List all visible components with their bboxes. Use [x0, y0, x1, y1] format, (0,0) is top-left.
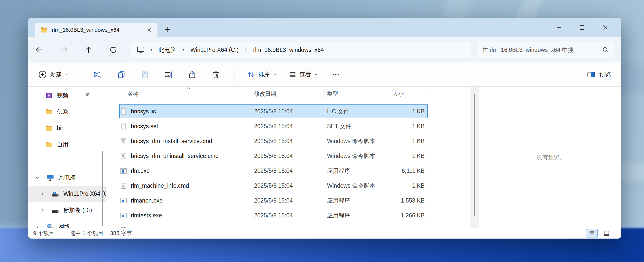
- view-lines-icon: [288, 70, 297, 79]
- forward-button[interactable]: [57, 43, 71, 57]
- file-list: 名称修改日期类型大小 bricsys.lic2025/5/8 15:04LIC …: [106, 87, 480, 228]
- column-divider[interactable]: [386, 89, 386, 99]
- up-button[interactable]: [82, 43, 96, 57]
- cell-date: 2025/5/8 15:04: [254, 123, 293, 129]
- cell-date: 2025/5/8 15:04: [254, 108, 293, 115]
- sidebar-video-folder-icon: [45, 92, 53, 99]
- monitor-icon: [136, 46, 145, 54]
- sidebar-item-label: 新加卷 (D:): [63, 206, 92, 214]
- back-button[interactable]: [32, 43, 46, 57]
- large-icons-view-button[interactable]: [601, 229, 612, 238]
- search-placeholder: 在 rlm_16.0BL3_windows_x64 中搜: [482, 46, 602, 54]
- sidebar: 视频佛系bin自用此电脑Win11Pro X64 (C:)新加卷 (D:)网络: [28, 87, 106, 228]
- breadcrumb-item[interactable]: rlm_16.0BL3_windows_x64: [253, 47, 324, 53]
- copy-button[interactable]: [114, 67, 129, 82]
- sidebar-os-drive-icon: [51, 190, 59, 198]
- sidebar-item-自用[interactable]: 自用: [28, 136, 106, 153]
- table-row[interactable]: [106, 223, 480, 228]
- new-tab-button[interactable]: [162, 24, 173, 35]
- status-bar: 9 个项目 选中 1 个项目 385 字节: [28, 228, 621, 239]
- file-file-icon: [120, 108, 127, 115]
- cell-type: 应用程序: [327, 211, 350, 219]
- new-button[interactable]: 新建: [35, 67, 72, 83]
- column-divider[interactable]: [323, 89, 324, 99]
- status-divider: [140, 230, 140, 236]
- explorer-tab[interactable]: rlm_16.0BL3_windows_x64: [35, 23, 157, 37]
- cell-name: rlmtests.exe: [131, 212, 162, 219]
- search-box[interactable]: 在 rlm_16.0BL3_windows_x64 中搜: [477, 42, 614, 58]
- rename-button[interactable]: A: [161, 67, 176, 82]
- cell-type: LIC 文件: [327, 107, 349, 115]
- sidebar-item-Win11Pro X64 (C:)[interactable]: Win11Pro X64 (C:): [28, 186, 106, 202]
- more-options-button[interactable]: [329, 67, 343, 82]
- window-controls: [547, 18, 617, 37]
- table-row[interactable]: rlm_machine_info.cmd2025/5/8 15:04Window…: [106, 178, 480, 193]
- cell-date: 2025/5/8 15:04: [254, 182, 293, 189]
- table-row[interactable]: bricsys_rlm_install_service.cmd2025/5/8 …: [106, 134, 480, 148]
- sidebar-item-bin[interactable]: bin: [28, 120, 106, 136]
- cell-name: rlmanon.exe: [131, 197, 163, 204]
- sidebar-folder-icon: [45, 141, 53, 148]
- tab-close-button[interactable]: [144, 25, 154, 35]
- cell-size: 1,266 KB: [362, 212, 425, 219]
- refresh-button[interactable]: [106, 43, 120, 57]
- chevron-right-icon[interactable]: [40, 208, 45, 213]
- column-divider[interactable]: [250, 89, 250, 99]
- magnifier-icon[interactable]: [602, 46, 609, 54]
- file-explorer-window: rlm_16.0BL3_windows_x64 此电脑Win11Pro X64 …: [28, 18, 621, 239]
- file-list-body: bricsys.lic2025/5/8 15:04LIC 文件1 KBbrics…: [106, 104, 480, 228]
- file-cmd-icon: [120, 152, 127, 160]
- sort-button[interactable]: 排序: [244, 67, 280, 83]
- details-view-button[interactable]: [586, 229, 598, 238]
- status-divider: [62, 230, 62, 236]
- paste-button[interactable]: [138, 67, 152, 82]
- breadcrumb-item[interactable]: Win11Pro X64 (C:): [190, 47, 238, 53]
- close-button[interactable]: [594, 18, 617, 37]
- table-row[interactable]: bricsys_rlm_uninstall_service.cmd2025/5/…: [106, 148, 480, 163]
- sidebar-item-佛系[interactable]: 佛系: [28, 104, 106, 120]
- delete-button[interactable]: [209, 67, 223, 82]
- pin-icon: [84, 91, 91, 100]
- sidebar-item-网络[interactable]: 网络: [28, 218, 106, 228]
- cell-size: 1 KB: [362, 152, 425, 159]
- chevron-right-icon[interactable]: [40, 191, 45, 197]
- column-header-3[interactable]: 大小: [392, 90, 404, 98]
- cell-date: 2025/5/8 15:04: [254, 212, 293, 219]
- column-header-0[interactable]: 名称: [127, 90, 138, 98]
- sidebar-network-icon: [46, 223, 54, 228]
- column-header-2[interactable]: 类型: [327, 90, 338, 98]
- chevron-down-icon: [65, 72, 70, 77]
- breadcrumb-item[interactable]: 此电脑: [158, 46, 176, 54]
- preview-toggle-button[interactable]: 预览: [584, 67, 614, 83]
- minimize-button[interactable]: [547, 18, 571, 37]
- sidebar-item-label: 自用: [57, 141, 68, 148]
- sidebar-item-label: 视频: [57, 91, 68, 99]
- column-divider[interactable]: [427, 89, 427, 99]
- file-icon-cell: [120, 197, 127, 204]
- cell-name: bricsys_rlm_install_service.cmd: [131, 138, 212, 144]
- maximize-button[interactable]: [571, 18, 594, 37]
- sort-button-label: 排序: [258, 71, 270, 78]
- preview-pane: 没有预览。: [480, 87, 621, 228]
- share-button[interactable]: [185, 67, 199, 82]
- table-row[interactable]: bricsys.set2025/5/8 15:04SET 文件1 KB: [106, 119, 480, 134]
- table-row[interactable]: rlmanon.exe2025/5/8 15:04应用程序1,558 KB: [106, 193, 480, 208]
- cell-size: 1 KB: [362, 182, 425, 189]
- chevron-down-icon[interactable]: [35, 175, 40, 180]
- table-row[interactable]: rlm.exe2025/5/8 15:04应用程序6,111 KB: [106, 163, 480, 178]
- file-file-icon: [120, 122, 127, 130]
- sidebar-spacer: [28, 153, 106, 169]
- sidebar-item-此电脑[interactable]: 此电脑: [28, 169, 106, 186]
- list-scrollbar-thumb[interactable]: [474, 94, 475, 216]
- view-button[interactable]: 查看: [285, 67, 321, 83]
- chevron-right-icon[interactable]: [35, 224, 40, 228]
- breadcrumb[interactable]: 此电脑Win11Pro X64 (C:)rlm_16.0BL3_windows_…: [131, 42, 471, 58]
- column-header-1[interactable]: 修改日期: [254, 90, 276, 98]
- sidebar-scrollbar[interactable]: [102, 151, 103, 226]
- list-scrollbar-track[interactable]: [470, 87, 479, 228]
- cut-button[interactable]: [90, 67, 105, 82]
- table-row[interactable]: bricsys.lic2025/5/8 15:04LIC 文件1 KB: [106, 104, 480, 119]
- sidebar-item-新加卷 (D:)[interactable]: 新加卷 (D:): [28, 202, 106, 218]
- sidebar-item-视频[interactable]: 视频: [28, 87, 106, 104]
- table-row[interactable]: rlmtests.exe2025/5/8 15:04应用程序1,266 KB: [106, 208, 480, 223]
